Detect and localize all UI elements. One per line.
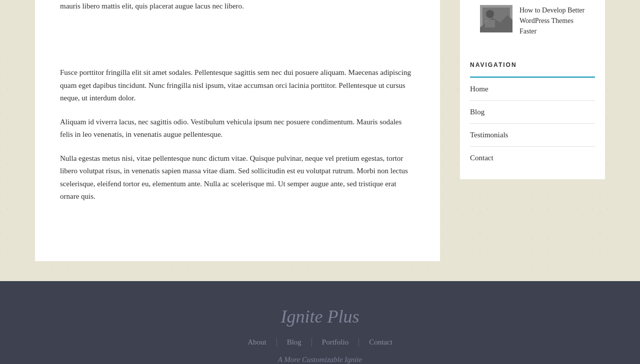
top-sidebar: How to Develop Better WordPress Themes F… [460,0,605,51]
footer-tagline: A More Customizable Ignite [10,356,630,364]
nav-link-contact[interactable]: Contact [470,147,595,169]
footer: Ignite Plus About Blog Portfolio Contact… [0,281,640,364]
sidebar: NAVIGATION Home Blog Testimonials Contac… [460,51,605,261]
nav-link-home[interactable]: Home [470,78,595,100]
nav-link-testimonials[interactable]: Testimonials [470,124,595,146]
content-area: Fusce porttitor fringilla elit sit amet … [0,51,640,281]
nav-link-blog[interactable]: Blog [470,101,595,123]
article-text: Fusce porttitor fringilla elit sit amet … [60,66,415,203]
article-paragraph-1: Fusce porttitor fringilla elit sit amet … [60,66,415,105]
nav-item-blog: Blog [470,101,595,124]
nav-item-contact: Contact [470,147,595,169]
recent-post-thumbnail [480,5,512,32]
article-paragraph-2: Aliquam id viverra lacus, nec sagittis o… [60,116,415,141]
recent-post-widget-top: How to Develop Better WordPress Themes F… [460,0,605,51]
recent-post: How to Develop Better WordPress Themes F… [470,0,595,46]
top-partial: mauris libero mattis elit, quis placerat… [0,0,640,51]
svg-point-2 [486,10,494,18]
footer-nav: About Blog Portfolio Contact [10,338,630,347]
footer-site-title: Ignite Plus [10,306,630,327]
footer-nav-contact[interactable]: Contact [359,338,402,347]
recent-post-title-link[interactable]: How to Develop Better WordPress Themes F… [520,5,585,36]
nav-item-testimonials: Testimonials [470,124,595,147]
navigation-list: Home Blog Testimonials Contact [470,78,595,169]
article-paragraph-3: Nulla egestas metus nisi, vitae pellente… [60,152,415,203]
article-top-partial: mauris libero mattis elit, quis placerat… [60,0,415,24]
main-article: Fusce porttitor fringilla elit sit amet … [35,51,440,261]
page-wrapper: mauris libero mattis elit, quis placerat… [0,0,640,364]
svg-rect-4 [485,20,495,27]
footer-nav-blog[interactable]: Blog [277,338,312,347]
nav-item-home: Home [470,78,595,101]
top-main-content: mauris libero mattis elit, quis placerat… [35,0,440,51]
navigation-widget-title: NAVIGATION [470,51,595,78]
navigation-widget: NAVIGATION Home Blog Testimonials Contac… [460,51,605,179]
content-inner: Fusce porttitor fringilla elit sit amet … [25,51,615,261]
footer-nav-about[interactable]: About [238,338,277,347]
footer-nav-portfolio[interactable]: Portfolio [312,338,359,347]
